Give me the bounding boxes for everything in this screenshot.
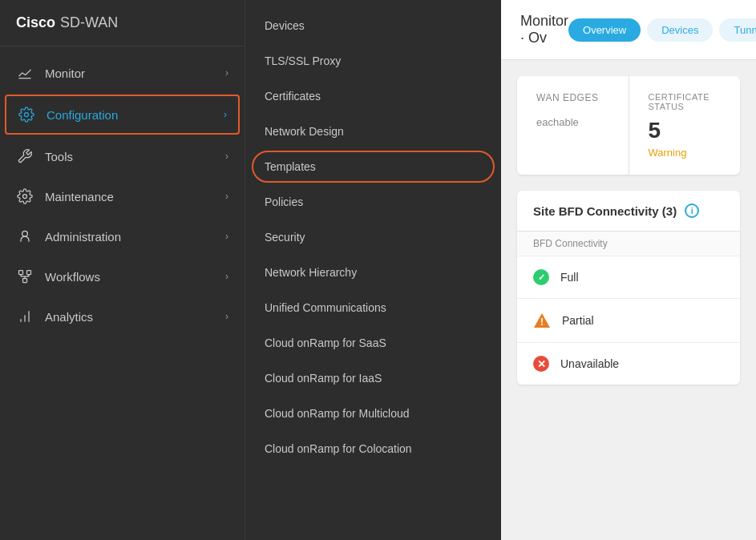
sidebar-item-tools[interactable]: Tools › [0, 136, 245, 176]
chevron-right-icon: › [225, 271, 228, 282]
stats-row: WAN Edges eachable CERTIFICATE STATUS 5 … [517, 76, 740, 175]
status-dot-unavailable: ✕ [533, 356, 549, 372]
submenu-label-tls-ssl: TLS/SSL Proxy [265, 54, 341, 67]
sidebar-label-monitor: Monitor [45, 66, 85, 80]
svg-rect-4 [19, 271, 23, 275]
submenu-label-security: Security [265, 231, 305, 244]
chevron-right-icon: › [224, 109, 227, 120]
cert-status-badge: Warning [649, 147, 722, 159]
tabs-row: Overview Devices Tunnels [568, 18, 756, 42]
sidebar-label-workflows: Workflows [45, 270, 100, 284]
page-title: Monitor · Ov [520, 13, 568, 46]
submenu-label-network-hierarchy: Network Hierarchy [265, 266, 357, 279]
submenu-item-cloud-iaas[interactable]: Cloud onRamp for IaaS [245, 361, 501, 396]
sidebar-item-maintenance[interactable]: Maintenance › [0, 176, 245, 216]
bfd-title: Site BFD Connectivity (3) [533, 204, 677, 218]
sidebar-label-configuration: Configuration [46, 108, 118, 122]
admin-icon [16, 228, 34, 245]
sidebar-label-tools: Tools [45, 150, 73, 163]
stat-label-cert: CERTIFICATE STATUS [649, 92, 722, 111]
bfd-row-full: ✓ Full [517, 256, 740, 299]
sidebar-item-analytics[interactable]: Analytics › [0, 296, 245, 336]
submenu-item-security[interactable]: Security [245, 220, 501, 255]
submenu-label-cloud-saas: Cloud onRamp for SaaS [265, 336, 386, 349]
submenu-label-templates: Templates [265, 160, 316, 173]
config-icon [18, 106, 35, 123]
submenu-label-policies: Policies [265, 195, 303, 208]
submenu-item-unified-comm[interactable]: Unified Communications [245, 290, 501, 325]
bfd-row-unavailable: ✕ Unavailable [517, 343, 740, 385]
submenu-panel: Devices TLS/SSL Proxy Certificates Netwo… [245, 0, 501, 540]
submenu-item-certificates[interactable]: Certificates [245, 79, 501, 114]
stat-label-wan: WAN Edges [536, 92, 609, 103]
workflow-icon [16, 268, 34, 285]
tab-tunnels[interactable]: Tunnels [719, 18, 756, 42]
status-dot-full: ✓ [533, 269, 549, 285]
brand-cisco: Cisco [16, 14, 55, 31]
submenu-label-network-design: Network Design [265, 125, 344, 138]
bfd-label-full: Full [560, 271, 579, 284]
main-header: Monitor · Ov Overview Devices Tunnels [501, 0, 756, 60]
bfd-label-partial: Partial [562, 314, 594, 327]
status-icon-partial: ! [533, 312, 551, 329]
tab-devices[interactable]: Devices [647, 18, 713, 42]
bfd-label-unavailable: Unavailable [560, 357, 619, 370]
submenu-item-network-design[interactable]: Network Design [245, 114, 501, 149]
submenu-item-tls-ssl[interactable]: TLS/SSL Proxy [245, 43, 501, 79]
submenu-item-cloud-multicloud[interactable]: Cloud onRamp for Multicloud [245, 396, 501, 431]
sidebar: Cisco SD-WAN Monitor › Configuration › [0, 0, 245, 540]
svg-rect-5 [27, 271, 31, 275]
analytics-icon [16, 308, 34, 325]
stat-value-cert: 5 [649, 118, 722, 143]
info-icon[interactable]: i [685, 204, 699, 218]
app-header: Cisco SD-WAN [0, 0, 245, 46]
submenu-item-cloud-colocation[interactable]: Cloud onRamp for Colocation [245, 431, 501, 466]
submenu-label-cloud-multicloud: Cloud onRamp for Multicloud [265, 407, 410, 420]
submenu-label-cloud-iaas: Cloud onRamp for IaaS [265, 372, 382, 385]
chevron-right-icon: › [225, 67, 228, 79]
submenu-label-devices: Devices [265, 19, 305, 32]
submenu-item-network-hierarchy[interactable]: Network Hierarchy [245, 255, 501, 290]
svg-point-3 [22, 231, 28, 236]
bfd-header: Site BFD Connectivity (3) i [517, 191, 740, 232]
submenu-item-policies[interactable]: Policies [245, 184, 501, 220]
stat-card-certificate: CERTIFICATE STATUS 5 Warning [629, 76, 741, 175]
svg-text:!: ! [540, 316, 544, 328]
sidebar-item-workflows[interactable]: Workflows › [0, 256, 245, 296]
submenu-item-templates[interactable]: Templates [245, 149, 501, 184]
sidebar-item-monitor[interactable]: Monitor › [0, 53, 245, 93]
tools-icon [16, 147, 34, 165]
sidebar-label-analytics: Analytics [45, 310, 93, 324]
bfd-col-label: BFD Connectivity [517, 232, 740, 256]
chevron-right-icon: › [225, 151, 228, 162]
stat-card-wan-edges: WAN Edges eachable [517, 76, 629, 175]
main-body: WAN Edges eachable CERTIFICATE STATUS 5 … [501, 60, 756, 540]
submenu-label-cloud-colocation: Cloud onRamp for Colocation [265, 442, 412, 455]
sidebar-nav: Monitor › Configuration › Tools › [0, 46, 245, 540]
stat-sublabel-wan: eachable [536, 116, 609, 128]
submenu-label-certificates: Certificates [265, 90, 321, 103]
submenu-item-cloud-saas[interactable]: Cloud onRamp for SaaS [245, 325, 501, 361]
svg-point-2 [23, 195, 27, 199]
sidebar-item-administration[interactable]: Administration › [0, 216, 245, 256]
submenu-item-devices[interactable]: Devices [245, 8, 501, 43]
chevron-right-icon: › [225, 311, 228, 322]
brand-sdwan: SD-WAN [60, 14, 118, 31]
sidebar-item-configuration[interactable]: Configuration › [5, 95, 240, 135]
svg-point-1 [25, 113, 29, 117]
maintenance-icon [16, 187, 34, 205]
main-content: Monitor · Ov Overview Devices Tunnels WA… [501, 0, 756, 540]
svg-rect-6 [23, 279, 27, 283]
bfd-row-partial: ! Partial [517, 299, 740, 343]
chevron-right-icon: › [225, 231, 228, 242]
chart-icon [16, 64, 34, 82]
tab-overview[interactable]: Overview [568, 18, 641, 42]
sidebar-label-administration: Administration [45, 230, 121, 244]
bfd-section: Site BFD Connectivity (3) i BFD Connecti… [517, 191, 740, 385]
submenu-label-unified-comm: Unified Communications [265, 301, 386, 314]
chevron-right-icon: › [225, 191, 228, 202]
sidebar-label-maintenance: Maintenance [45, 190, 114, 204]
